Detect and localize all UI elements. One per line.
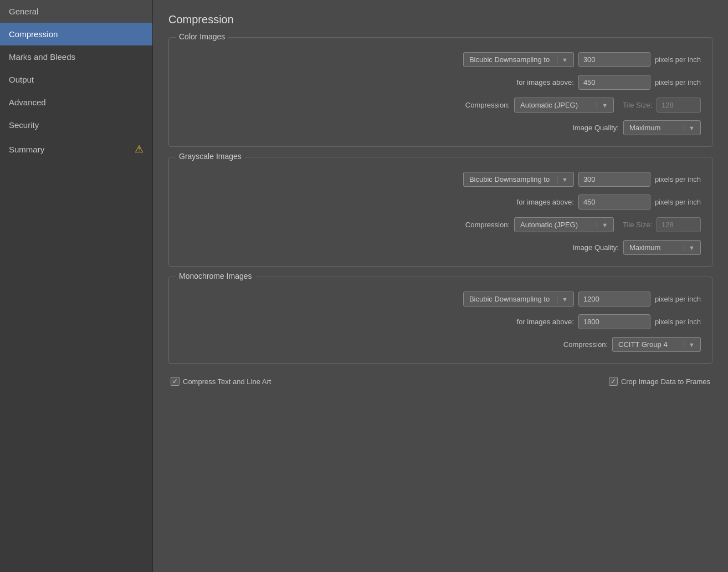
color-above-input[interactable] bbox=[578, 75, 650, 90]
sidebar-item-general[interactable]: General bbox=[0, 0, 152, 23]
sidebar-item-advanced[interactable]: Advanced bbox=[0, 91, 152, 114]
color-compression-label: Compression: bbox=[465, 101, 510, 109]
color-quality-row: Image Quality: Maximum ▼ bbox=[180, 120, 701, 135]
gray-above-input[interactable] bbox=[578, 195, 650, 210]
mono-downsampling-unit: pixels per inch bbox=[655, 295, 701, 303]
color-images-title: Color Images bbox=[176, 32, 228, 41]
gray-tile-size-input[interactable] bbox=[657, 217, 701, 232]
grayscale-images-title: Grayscale Images bbox=[176, 152, 245, 161]
sidebar-item-label: Security bbox=[9, 120, 39, 130]
dropdown-arrow-icon: ▼ bbox=[684, 125, 695, 131]
mono-above-input[interactable] bbox=[578, 314, 650, 329]
compress-text-checkbox-box: ✓ bbox=[171, 377, 180, 386]
gray-above-row: for images above: pixels per inch bbox=[180, 195, 701, 210]
mono-downsampling-dropdown[interactable]: Bicubic Downsampling to ▼ bbox=[463, 292, 574, 307]
monochrome-images-title: Monochrome Images bbox=[176, 272, 255, 280]
sidebar-item-label: Summary bbox=[9, 145, 44, 154]
gray-compression-dropdown[interactable]: Automatic (JPEG) ▼ bbox=[514, 217, 614, 232]
gray-downsampling-dropdown[interactable]: Bicubic Downsampling to ▼ bbox=[463, 172, 574, 187]
gray-tile-size-label: Tile Size: bbox=[623, 221, 652, 229]
sidebar: General Compression Marks and Bleeds Out… bbox=[0, 0, 153, 572]
gray-quality-row: Image Quality: Maximum ▼ bbox=[180, 240, 701, 255]
mono-downsampling-row: Bicubic Downsampling to ▼ pixels per inc… bbox=[180, 292, 701, 307]
color-quality-label: Image Quality: bbox=[572, 124, 619, 132]
mono-above-unit: pixels per inch bbox=[655, 318, 701, 326]
checkmark-icon: ✓ bbox=[172, 378, 178, 385]
sidebar-item-label: General bbox=[9, 7, 38, 16]
monochrome-images-section: Monochrome Images Bicubic Downsampling t… bbox=[168, 277, 712, 364]
dropdown-arrow-icon: ▼ bbox=[557, 57, 568, 63]
color-downsampling-unit: pixels per inch bbox=[655, 55, 701, 64]
color-above-row: for images above: pixels per inch bbox=[180, 75, 701, 90]
mono-compression-label: Compression: bbox=[563, 340, 608, 349]
crop-image-checkbox[interactable]: ✓ Crop Image Data to Frames bbox=[609, 377, 710, 386]
sidebar-item-compression[interactable]: Compression bbox=[0, 23, 152, 45]
dropdown-arrow-icon: ▼ bbox=[597, 102, 608, 109]
grayscale-images-section: Grayscale Images Bicubic Downsampling to… bbox=[168, 157, 712, 267]
color-compression-row: Compression: Automatic (JPEG) ▼ Tile Siz… bbox=[180, 98, 701, 113]
mono-compression-dropdown[interactable]: CCITT Group 4 ▼ bbox=[612, 337, 701, 352]
dropdown-arrow-icon: ▼ bbox=[557, 176, 568, 183]
crop-image-checkbox-box: ✓ bbox=[609, 377, 618, 386]
color-downsampling-dropdown[interactable]: Bicubic Downsampling to ▼ bbox=[463, 52, 574, 67]
sidebar-item-label: Advanced bbox=[9, 98, 46, 107]
compress-text-checkbox[interactable]: ✓ Compress Text and Line Art bbox=[171, 377, 271, 386]
page-title: Compression bbox=[168, 13, 712, 26]
dropdown-arrow-icon: ▼ bbox=[557, 296, 568, 303]
color-tile-size-label: Tile Size: bbox=[623, 101, 652, 109]
compress-text-label: Compress Text and Line Art bbox=[183, 377, 271, 386]
mono-downsampling-input[interactable] bbox=[578, 292, 650, 307]
color-compression-dropdown[interactable]: Automatic (JPEG) ▼ bbox=[514, 98, 614, 113]
mono-above-row: for images above: pixels per inch bbox=[180, 314, 701, 329]
sidebar-item-marks-and-bleeds[interactable]: Marks and Bleeds bbox=[0, 45, 152, 68]
gray-above-label: for images above: bbox=[517, 198, 574, 206]
main-content: Compression Color Images Bicubic Downsam… bbox=[153, 0, 728, 572]
gray-downsampling-row: Bicubic Downsampling to ▼ pixels per inc… bbox=[180, 172, 701, 187]
color-images-section: Color Images Bicubic Downsampling to ▼ p… bbox=[168, 37, 712, 147]
mono-compression-row: Compression: CCITT Group 4 ▼ bbox=[180, 337, 701, 352]
gray-quality-label: Image Quality: bbox=[572, 243, 619, 252]
color-tile-size-input[interactable] bbox=[657, 98, 701, 113]
warning-icon: ⚠ bbox=[135, 143, 143, 155]
sidebar-item-output[interactable]: Output bbox=[0, 68, 152, 91]
color-quality-dropdown[interactable]: Maximum ▼ bbox=[623, 120, 701, 135]
checkmark-icon: ✓ bbox=[611, 378, 616, 385]
sidebar-item-security[interactable]: Security bbox=[0, 114, 152, 136]
color-above-unit: pixels per inch bbox=[655, 78, 701, 86]
mono-above-label: for images above: bbox=[517, 318, 574, 326]
crop-image-label: Crop Image Data to Frames bbox=[621, 377, 710, 386]
sidebar-item-label: Marks and Bleeds bbox=[9, 52, 75, 62]
gray-quality-dropdown[interactable]: Maximum ▼ bbox=[623, 240, 701, 255]
gray-downsampling-unit: pixels per inch bbox=[655, 175, 701, 183]
dropdown-arrow-icon: ▼ bbox=[684, 244, 695, 251]
gray-compression-row: Compression: Automatic (JPEG) ▼ Tile Siz… bbox=[180, 217, 701, 232]
gray-compression-label: Compression: bbox=[465, 221, 510, 229]
sidebar-item-label: Compression bbox=[9, 29, 58, 39]
gray-above-unit: pixels per inch bbox=[655, 198, 701, 206]
color-downsampling-row: Bicubic Downsampling to ▼ pixels per inc… bbox=[180, 52, 701, 67]
sidebar-item-summary[interactable]: Summary ⚠ bbox=[0, 136, 152, 162]
dropdown-arrow-icon: ▼ bbox=[597, 222, 608, 228]
dropdown-arrow-icon: ▼ bbox=[684, 341, 695, 348]
color-above-label: for images above: bbox=[517, 78, 574, 86]
gray-downsampling-input[interactable] bbox=[578, 172, 650, 187]
color-downsampling-input[interactable] bbox=[578, 52, 650, 67]
sidebar-item-label: Output bbox=[9, 75, 34, 84]
checkboxes-footer: ✓ Compress Text and Line Art ✓ Crop Imag… bbox=[168, 377, 712, 386]
